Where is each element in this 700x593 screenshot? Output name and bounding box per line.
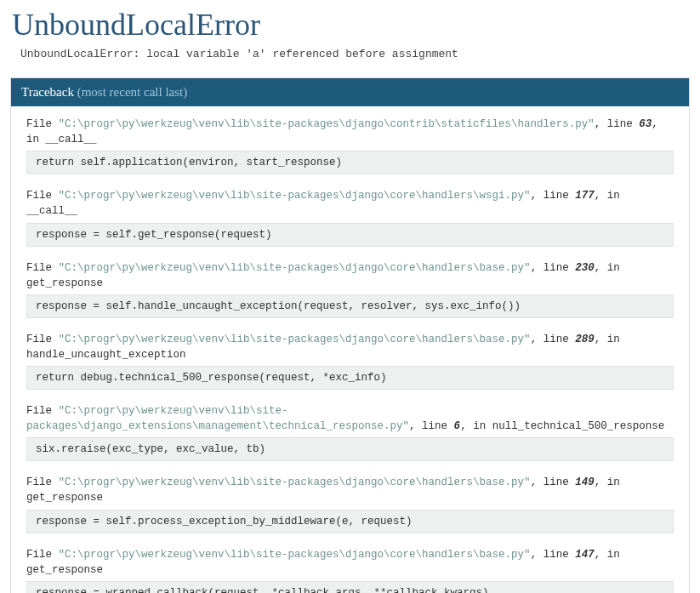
frame-file-path: "C:\progr\py\werkzeug\venv\lib\site-pack… (59, 476, 531, 488)
frame-function: get_response (26, 564, 103, 576)
frame-function: null_technical_500_response (492, 420, 665, 432)
frame-location: File "C:\progr\py\werkzeug\venv\lib\site… (26, 547, 674, 578)
traceback-frame[interactable]: File "C:\progr\py\werkzeug\venv\lib\site… (26, 117, 674, 174)
traceback-frame[interactable]: File "C:\progr\py\werkzeug\venv\lib\site… (26, 332, 674, 390)
frame-code-line[interactable]: return self.application(environ, start_r… (26, 151, 674, 174)
in-label: , in (595, 549, 620, 561)
traceback-label: Traceback (21, 85, 74, 99)
frame-location: File "C:\progr\py\werkzeug\venv\lib\site… (26, 117, 674, 147)
line-label: , line (531, 262, 569, 274)
frame-location: File "C:\progr\py\werkzeug\venv\lib\site… (26, 188, 674, 219)
frame-code-text: six.reraise(exc_type, exc_value, tb) (36, 443, 265, 455)
traceback-frame[interactable]: File "C:\progr\py\werkzeug\venv\lib\site… (26, 547, 674, 594)
in-label: , in (595, 476, 620, 488)
frame-location: File "C:\progr\py\werkzeug\venv\lib\site… (26, 332, 674, 362)
traceback-header: Traceback (most recent call last) (11, 78, 689, 106)
frame-code-text: response = self.handle_uncaught_exceptio… (36, 300, 521, 312)
frame-location: File "C:\progr\py\werkzeug\venv\lib\site… (26, 260, 674, 291)
frames-list: File "C:\progr\py\werkzeug\venv\lib\site… (11, 106, 689, 593)
frame-lineno: 147 (575, 549, 595, 561)
line-label: , line (595, 118, 633, 130)
in-label: , in (595, 262, 620, 274)
frame-location: File "C:\progr\py\werkzeug\venv\lib\site… (26, 475, 674, 505)
line-label: , line (531, 190, 569, 202)
frame-code-line[interactable]: response = wrapped_callback(request, *ca… (26, 581, 674, 593)
error-title: UnboundLocalError (0, 0, 700, 48)
frame-file-path: "C:\progr\py\werkzeug\venv\lib\site-pack… (59, 262, 531, 274)
frame-file-path: "C:\progr\py\werkzeug\venv\lib\site-pack… (59, 549, 531, 561)
frame-lineno: 6 (454, 420, 461, 432)
line-label: , line (531, 549, 569, 561)
file-label: File (26, 549, 52, 561)
frame-function: get_response (26, 277, 103, 289)
file-label: File (26, 118, 52, 130)
frame-location: File "C:\progr\py\werkzeug\venv\lib\site… (26, 403, 674, 434)
frame-code-line[interactable]: six.reraise(exc_type, exc_value, tb) (26, 437, 674, 461)
in-label: , in (460, 420, 486, 432)
frame-file-path: "C:\progr\py\werkzeug\venv\lib\site-pack… (59, 118, 595, 130)
line-label: , line (531, 476, 569, 488)
frame-code-line[interactable]: return debug.technical_500_response(requ… (26, 366, 674, 390)
frame-function: handle_uncaught_exception (26, 349, 186, 361)
frame-file-path: "C:\progr\py\werkzeug\venv\lib\site-pack… (59, 334, 531, 345)
traceback-frame[interactable]: File "C:\progr\py\werkzeug\venv\lib\site… (26, 475, 674, 533)
file-label: File (26, 405, 52, 417)
file-label: File (26, 190, 52, 202)
frame-code-line[interactable]: response = self.process_exception_by_mid… (26, 510, 674, 533)
traceback-frame[interactable]: File "C:\progr\py\werkzeug\venv\lib\site… (26, 403, 674, 461)
line-label: , line (531, 334, 569, 345)
frame-lineno: 177 (575, 190, 595, 202)
traceback-box: Traceback (most recent call last) File "… (10, 77, 690, 593)
in-label: , in (595, 334, 620, 345)
error-summary: UnboundLocalError: local variable 'a' re… (0, 48, 700, 77)
frame-code-text: return self.application(environ, start_r… (36, 157, 342, 168)
frame-code-line[interactable]: response = self.handle_uncaught_exceptio… (26, 294, 674, 318)
frame-code-line[interactable]: response = self.get_response(request) (26, 223, 674, 247)
file-label: File (26, 476, 52, 488)
frame-function: __call__ (26, 205, 77, 217)
in-label: , in (595, 190, 620, 202)
frame-lineno: 63 (639, 118, 652, 130)
frame-function: get_response (26, 492, 103, 504)
frame-lineno: 289 (575, 334, 595, 345)
traceback-frame[interactable]: File "C:\progr\py\werkzeug\venv\lib\site… (26, 260, 674, 318)
frame-file-path: "C:\progr\py\werkzeug\venv\lib\site-pack… (59, 190, 531, 202)
file-label: File (26, 262, 52, 274)
frame-lineno: 149 (575, 476, 595, 488)
frame-code-text: return debug.technical_500_response(requ… (36, 372, 387, 384)
frame-code-text: response = self.process_exception_by_mid… (36, 516, 413, 527)
traceback-recent: (most recent call last) (77, 85, 188, 99)
frame-lineno: 230 (575, 262, 595, 274)
line-label: , line (409, 420, 447, 432)
frame-code-text: response = wrapped_callback(request, *ca… (36, 587, 489, 593)
frame-code-text: response = self.get_response(request) (36, 229, 272, 241)
frame-file-path: "C:\progr\py\werkzeug\venv\lib\site-pack… (26, 405, 409, 432)
traceback-frame[interactable]: File "C:\progr\py\werkzeug\venv\lib\site… (26, 188, 674, 246)
file-label: File (26, 334, 52, 345)
frame-function: __call__ (46, 134, 97, 145)
